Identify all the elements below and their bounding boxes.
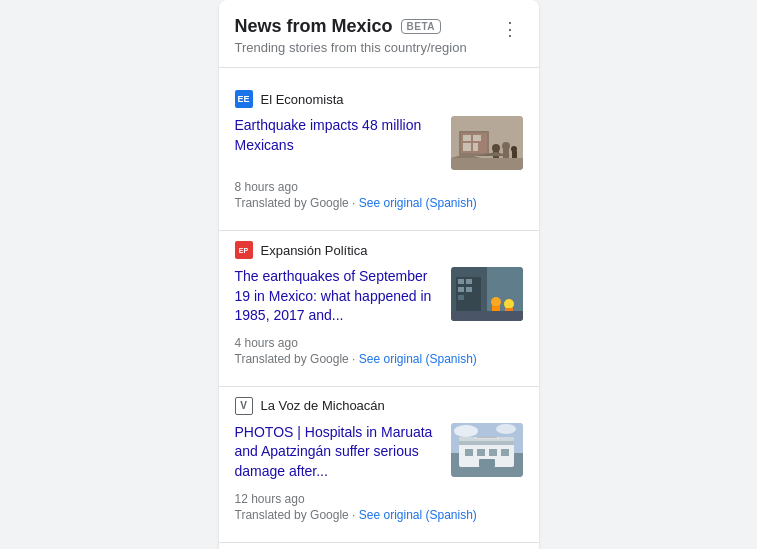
news-text: PHOTOS | Hospitals in Maruata and Apatzi… xyxy=(235,423,441,482)
svg-rect-39 xyxy=(479,459,495,467)
thumb-svg xyxy=(451,267,523,321)
header-left: News from Mexico BETA Trending stories f… xyxy=(235,16,467,55)
svg-rect-35 xyxy=(465,449,473,456)
bottom-divider xyxy=(219,542,539,543)
svg-rect-20 xyxy=(458,279,464,284)
svg-point-27 xyxy=(504,299,514,309)
header-divider xyxy=(219,67,539,68)
source-icon: EP xyxy=(235,241,253,259)
card-subtitle: Trending stories from this country/regio… xyxy=(235,40,467,55)
see-original-link[interactable]: See original (Spanish) xyxy=(359,352,477,366)
news-thumbnail xyxy=(451,116,523,170)
svg-rect-6 xyxy=(473,143,478,151)
news-time: 4 hours ago xyxy=(235,336,523,350)
svg-rect-24 xyxy=(458,295,464,300)
thumb-svg xyxy=(451,423,523,477)
news-card: News from Mexico BETA Trending stories f… xyxy=(219,0,539,549)
news-headline[interactable]: Earthquake impacts 48 million Mexicans xyxy=(235,116,441,155)
news-time: 8 hours ago xyxy=(235,180,523,194)
svg-rect-21 xyxy=(466,279,472,284)
svg-rect-4 xyxy=(473,135,481,141)
card-header: News from Mexico BETA Trending stories f… xyxy=(219,16,539,67)
source-row: EP Expansión Política xyxy=(235,241,523,259)
svg-rect-3 xyxy=(463,135,471,141)
svg-rect-12 xyxy=(512,151,517,159)
news-thumbnail xyxy=(451,267,523,321)
news-meta: 8 hours ago Translated by Google · See o… xyxy=(235,180,523,210)
thumb-svg xyxy=(451,116,523,170)
news-item: EE El Economista Earthquake impacts 48 m… xyxy=(219,80,539,220)
news-meta: 12 hours ago Translated by Google · See … xyxy=(235,492,523,522)
news-translation: Translated by Google · See original (Spa… xyxy=(235,196,523,210)
svg-rect-36 xyxy=(477,449,485,456)
svg-point-43 xyxy=(454,425,478,437)
news-translation: Translated by Google · See original (Spa… xyxy=(235,352,523,366)
see-original-link[interactable]: See original (Spanish) xyxy=(359,508,477,522)
source-row: EE El Economista xyxy=(235,90,523,108)
svg-rect-22 xyxy=(458,287,464,292)
svg-rect-10 xyxy=(503,148,509,158)
news-content: Earthquake impacts 48 million Mexicans xyxy=(235,116,523,170)
news-content: The earthquakes of September 19 in Mexic… xyxy=(235,267,523,326)
svg-rect-5 xyxy=(463,143,471,151)
more-options-icon[interactable]: ⋮ xyxy=(497,16,523,42)
source-icon: EE xyxy=(235,90,253,108)
source-name: La Voz de Michoacán xyxy=(261,398,385,413)
svg-rect-13 xyxy=(451,158,523,170)
news-time: 12 hours ago xyxy=(235,492,523,506)
news-translation: Translated by Google · See original (Spa… xyxy=(235,508,523,522)
beta-badge: BETA xyxy=(401,19,441,34)
card-title: News from Mexico xyxy=(235,16,393,37)
news-headline[interactable]: The earthquakes of September 19 in Mexic… xyxy=(235,267,441,326)
source-row: V La Voz de Michoacán xyxy=(235,397,523,415)
source-name: El Economista xyxy=(261,92,344,107)
news-thumbnail xyxy=(451,423,523,477)
header-title-row: News from Mexico BETA xyxy=(235,16,467,37)
news-text: Earthquake impacts 48 million Mexicans xyxy=(235,116,441,155)
see-original-link[interactable]: See original (Spanish) xyxy=(359,196,477,210)
svg-point-25 xyxy=(491,297,501,307)
news-content: PHOTOS | Hospitals in Maruata and Apatzi… xyxy=(235,423,523,482)
news-text: The earthquakes of September 19 in Mexic… xyxy=(235,267,441,326)
svg-rect-29 xyxy=(451,311,523,321)
source-name: Expansión Política xyxy=(261,243,368,258)
news-item: EP Expansión Política The earthquakes of… xyxy=(219,231,539,376)
news-meta: 4 hours ago Translated by Google · See o… xyxy=(235,336,523,366)
news-item: V La Voz de Michoacán PHOTOS | Hospitals… xyxy=(219,387,539,532)
svg-rect-38 xyxy=(501,449,509,456)
svg-point-44 xyxy=(496,424,516,434)
svg-rect-37 xyxy=(489,449,497,456)
svg-rect-34 xyxy=(459,441,514,445)
svg-rect-23 xyxy=(466,287,472,292)
source-icon: V xyxy=(235,397,253,415)
news-headline[interactable]: PHOTOS | Hospitals in Maruata and Apatzi… xyxy=(235,423,441,482)
